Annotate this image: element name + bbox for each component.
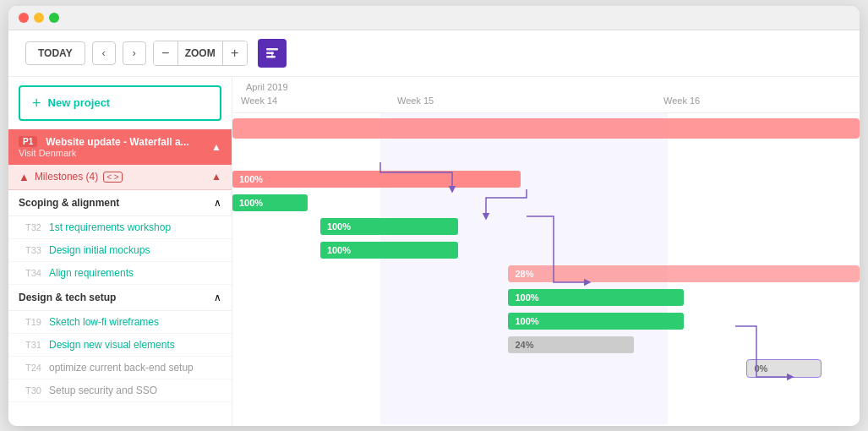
gantt-row-T34: 100% [232,238,860,262]
gantt-row-milestones [232,144,860,167]
project-collapse-icon[interactable]: ▲ [211,141,221,153]
gantt-row-T33: 100% [232,215,860,238]
task-name-T19: Sketch low-fi wireframes [49,316,159,328]
gantt-row-project [232,113,860,144]
milestone-icon: ▲ [19,171,30,183]
new-project-button[interactable]: + New project [19,85,221,121]
gantt-row-design-header: 28% [232,262,860,286]
gantt-month: April 2019 [232,82,860,92]
task-name-T33: Design initial mockups [49,244,150,256]
bar-T33[interactable]: 100% [320,218,458,235]
bar-T19-label: 100% [515,292,538,303]
milestones-row[interactable]: ▲ Milestones (4) < > ▲ [8,165,232,190]
new-project-label: New project [48,96,111,109]
maximize-dot[interactable] [49,13,59,23]
milestones-left: ▲ Milestones (4) < > [19,171,123,183]
task-T24[interactable]: T24 optimize current back-end setup [8,357,232,379]
bar-project[interactable] [232,118,860,139]
milestone-code: < > [103,172,122,183]
gantt-row-T31: 100% [232,309,860,333]
project-header[interactable]: P1 Website update - Waterfall a... Visit… [8,129,232,165]
task-T19[interactable]: T19 Sketch low-fi wireframes [8,311,232,334]
task-T33[interactable]: T33 Design initial mockups [8,239,232,262]
zoom-out-button[interactable]: − [154,41,177,65]
bar-T32[interactable]: 100% [232,194,308,211]
task-id-T33: T33 [25,245,49,255]
plus-icon: + [32,95,41,111]
next-button[interactable]: › [123,41,146,65]
sidebar: + New project P1 Website update - Waterf… [8,77,232,426]
zoom-label: ZOOM [177,41,223,65]
project-id: P1 [19,136,37,147]
zoom-in-button[interactable]: + [223,41,247,65]
section-design-header[interactable]: Design & tech setup ∧ [8,285,232,311]
bar-T30-label: 0% [754,363,767,374]
task-id-T31: T31 [25,340,49,350]
toolbar: TODAY ‹ › − ZOOM + [8,30,860,77]
milestones-collapse-icon[interactable]: ▲ [211,171,221,183]
gantt-row-T19: 100% [232,286,860,309]
titlebar [8,6,860,30]
task-name-T32: 1st requirements workshop [49,221,171,233]
bar-design-section-bg[interactable]: 28% [508,265,860,282]
task-T32[interactable]: T32 1st requirements workshop [8,216,232,239]
section-design-chevron: ∧ [214,292,221,303]
bar-T31[interactable]: 100% [508,313,684,330]
bar-design-section-label: 28% [515,269,533,279]
task-T31[interactable]: T31 Design new visual elements [8,334,232,357]
project-info: P1 Website update - Waterfall a... Visit… [19,136,189,158]
bar-T19[interactable]: 100% [508,289,684,306]
gantt-body: 100% 100% 100% [232,113,860,424]
task-T30[interactable]: T30 Setup security and SSO [8,379,232,402]
prev-button[interactable]: ‹ [92,41,116,65]
bar-T24-label: 24% [515,340,533,350]
bar-scoping-label: 100% [239,174,263,184]
zoom-group: − ZOOM + [153,41,248,66]
section-scoping-header[interactable]: Scoping & alignment ∧ [8,190,232,216]
week-16-label: Week 16 [663,94,700,107]
main-content: TODAY ‹ › − ZOOM + + [8,30,860,426]
project-subtitle: Visit Denmark [19,148,189,158]
task-id-T32: T32 [25,222,49,232]
bar-T34-label: 100% [327,245,351,255]
gantt-area: April 2019 Week 14 Week 15 Week 16 [232,77,860,426]
bar-T24[interactable]: 24% [508,336,633,353]
task-name-T31: Design new visual elements [49,339,175,351]
today-button[interactable]: TODAY [25,41,85,65]
task-id-T34: T34 [25,268,49,278]
bar-T31-label: 100% [515,316,538,326]
task-name-T30: Setup security and SSO [49,385,157,396]
gantt-row-T30: 0% [232,357,860,380]
task-T34[interactable]: T34 Align requirements [8,262,232,285]
gantt-header: April 2019 Week 14 Week 15 Week 16 [232,77,860,113]
bar-T33-label: 100% [327,221,351,232]
gantt-row-scoping: 100% [232,167,860,191]
bar-T34[interactable]: 100% [320,242,458,259]
task-name-T24: optimize current back-end setup [49,362,194,374]
gantt-weeks: Week 14 Week 15 Week 16 [232,94,860,109]
week-15-label: Week 15 [397,94,434,107]
gantt-row-T32: 100% [232,191,860,215]
svg-rect-3 [271,52,273,57]
task-name-T34: Align requirements [49,267,134,279]
section-design-title: Design & tech setup [19,292,116,303]
task-id-T24: T24 [25,363,49,373]
project-title: Website update - Waterfall a... [46,136,188,148]
task-id-T19: T19 [25,317,49,327]
body-area: + New project P1 Website update - Waterf… [8,77,860,426]
week-14-label: Week 14 [241,94,277,107]
close-dot[interactable] [19,13,29,23]
task-id-T30: T30 [25,385,49,396]
app-window: TODAY ‹ › − ZOOM + + [8,6,860,426]
gantt-view-button[interactable] [258,39,287,68]
section-scoping-title: Scoping & alignment [19,197,119,209]
bar-scoping[interactable]: 100% [232,171,521,188]
gantt-row-T24: 24% [232,333,860,357]
svg-rect-0 [266,48,278,51]
bar-T30[interactable]: 0% [746,359,822,378]
section-scoping-chevron: ∧ [214,197,221,209]
milestones-label: Milestones (4) [35,171,98,183]
svg-rect-2 [266,56,276,58]
minimize-dot[interactable] [34,13,44,23]
gantt-icon [265,46,280,61]
